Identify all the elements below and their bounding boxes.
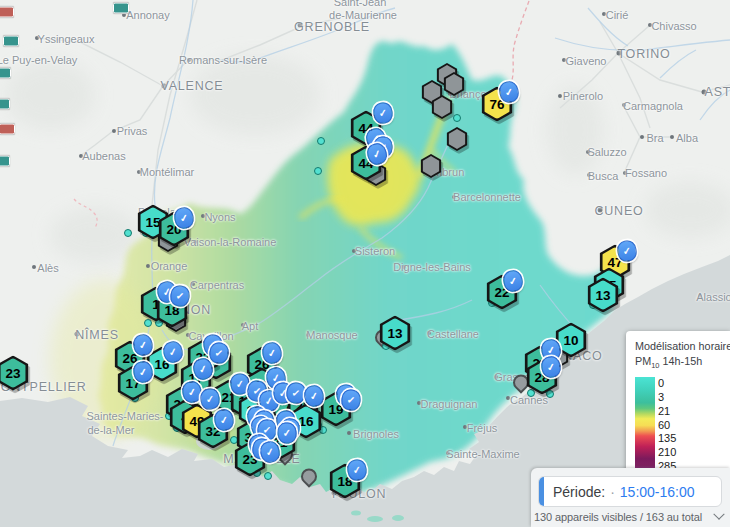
- city-dot: [586, 150, 590, 154]
- city-dot: [452, 195, 456, 199]
- city-label: TORINO: [617, 47, 670, 61]
- city-dot: [598, 208, 603, 213]
- station-value: 13: [588, 278, 619, 313]
- station-marker-nodata[interactable]: [444, 72, 465, 96]
- check-icon: ✓: [198, 363, 209, 375]
- legend-scale-label: 0: [658, 377, 664, 390]
- check-icon: ✓: [175, 291, 184, 302]
- city-label: de-Maurienne: [329, 9, 397, 21]
- device-count-text: 130 appareils visibles / 163 au total: [534, 511, 702, 523]
- check-icon: ✓: [262, 425, 271, 436]
- air-quality-map-app: AnnonayYssingeauxLe Puy-en-VelayRomans-s…: [0, 0, 730, 527]
- micro-station-dot[interactable]: [314, 167, 322, 175]
- city-dot: [640, 135, 644, 139]
- check-icon: ✓: [346, 395, 355, 406]
- city-label: Brignoles: [353, 428, 399, 440]
- city-label: Castellane: [427, 328, 479, 340]
- city-dot: [112, 129, 116, 133]
- city-label: Chivasso: [651, 20, 696, 32]
- city-dot: [306, 333, 310, 337]
- city-dot: [137, 170, 141, 174]
- check-icon: ✓: [267, 347, 277, 358]
- city-label: Fossano: [625, 167, 667, 179]
- city-label: Sainte-Maxime: [446, 448, 519, 460]
- check-icon: ✓: [352, 464, 362, 475]
- city-dot: [622, 103, 626, 107]
- city-label: Carmagnola: [623, 100, 683, 112]
- city-dot: [702, 90, 707, 95]
- device-count-toggle[interactable]: 130 appareils visibles / 163 au total: [534, 511, 726, 523]
- station-marker-nodata[interactable]: [447, 127, 468, 151]
- city-dot: [352, 249, 356, 253]
- road-shield: [113, 3, 129, 14]
- micro-station-dot[interactable]: [453, 114, 461, 122]
- city-dot: [402, 265, 406, 269]
- bottom-right-panel: Période: · 15:00-16:00 130 appareils vis…: [531, 468, 730, 527]
- micro-station-dot[interactable]: [124, 229, 132, 237]
- station-marker-nodata[interactable]: [421, 154, 442, 178]
- city-label: de-la-Mer: [87, 424, 134, 436]
- legend-scale-label: 135: [658, 433, 676, 446]
- check-icon: ✓: [504, 86, 514, 97]
- check-icon: ✓: [138, 366, 148, 377]
- city-label: Alès: [37, 262, 58, 274]
- legend-title: Modélisation horaire: [635, 340, 730, 352]
- check-icon: ✓: [371, 148, 382, 160]
- city-dot: [191, 282, 195, 286]
- check-icon: ✓: [138, 339, 148, 350]
- city-label: Giaveno: [566, 55, 607, 67]
- periode-selector[interactable]: Période: · 15:00-16:00: [538, 476, 722, 507]
- city-label: Draguignan: [421, 398, 478, 410]
- city-label: Saint-Jean: [334, 0, 387, 8]
- city-dot: [506, 396, 510, 400]
- city-label: Montélimar: [140, 166, 194, 178]
- city-label: Nyons: [204, 211, 235, 223]
- station-pin[interactable]: [298, 465, 321, 488]
- city-dot: [558, 94, 562, 98]
- city-dot: [241, 323, 245, 327]
- city-dot: [75, 332, 80, 337]
- city-dot: [427, 331, 431, 335]
- check-icon: ✓: [309, 390, 319, 401]
- check-icon: ✓: [622, 245, 632, 256]
- check-icon: ✓: [205, 394, 214, 405]
- road-shield: [0, 7, 14, 18]
- station-marker[interactable]: 13: [380, 316, 411, 351]
- micro-station-dot[interactable]: [317, 137, 325, 145]
- city-dot: [79, 154, 83, 158]
- city-label: Manosque: [306, 329, 357, 341]
- city-dot: [446, 451, 450, 455]
- city-dot: [347, 431, 351, 435]
- city-dot: [562, 58, 566, 62]
- station-value: 23: [0, 356, 29, 391]
- legend-scale-label: 210: [658, 446, 676, 459]
- periode-separator: ·: [610, 484, 615, 500]
- city-label: Aubenas: [82, 150, 125, 162]
- city-dot: [187, 58, 191, 62]
- periode-accent-bar: [539, 477, 544, 506]
- city-dot: [698, 294, 702, 298]
- check-icon: ✓: [179, 212, 189, 223]
- city-label: Yssingeaux: [38, 33, 95, 45]
- legend-scale-label: 3: [658, 391, 664, 404]
- city-label: Privas: [117, 125, 148, 137]
- road-shield: [0, 124, 15, 135]
- city-dot: [670, 135, 674, 139]
- station-marker[interactable]: 23: [0, 356, 29, 391]
- city-label: Annonay: [126, 9, 169, 21]
- station-marker-nodata[interactable]: [432, 95, 453, 119]
- city-dot: [463, 425, 467, 429]
- city-dot: [201, 214, 205, 218]
- city-dot: [193, 240, 197, 244]
- legend-color-scale: [635, 377, 655, 472]
- verified-shield-icon[interactable]: ✓: [340, 389, 361, 412]
- station-value: 13: [380, 316, 411, 351]
- city-dot: [122, 13, 126, 17]
- check-icon: ✓: [282, 428, 291, 439]
- check-icon: ✓: [546, 344, 556, 355]
- check-icon: ✓: [378, 107, 388, 118]
- city-label: GRENOBLE: [294, 20, 370, 34]
- city-label: Vaison-la-Romaine: [184, 236, 277, 248]
- road-shield: [0, 68, 11, 79]
- station-marker[interactable]: 13: [588, 278, 619, 313]
